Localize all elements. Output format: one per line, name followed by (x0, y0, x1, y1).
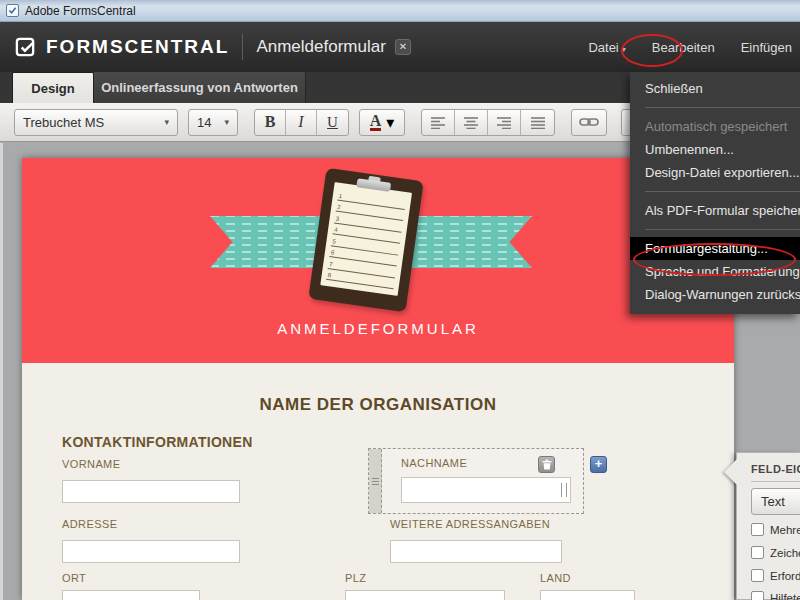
text-style-group: B I U (254, 109, 349, 136)
vorname-input[interactable] (62, 480, 240, 503)
field-properties-panel: FELD-EIGENSCHAFTEN Text Mehrere Zeilen Z… (736, 452, 800, 600)
field-type-select[interactable]: Text (751, 488, 800, 515)
form-banner: 1 2 3 4 5 6 7 8 ANMELDEFORMULAR (22, 158, 734, 363)
menu-einfuegen[interactable]: Einfügen (741, 40, 792, 55)
menu-item-sprache-und-formatierung[interactable]: Sprache und Formatierung (630, 260, 800, 283)
header-divider (242, 34, 243, 60)
menu-item-design-datei-exportieren[interactable]: Design-Datei exportieren... (630, 161, 800, 184)
menubar: Datei▾ Bearbeiten Einfügen (588, 22, 800, 72)
selected-field-nachname[interactable]: NACHNAME + (368, 448, 584, 514)
app-window: Adobe FormsCentral FORMSCENTRAL Anmeldef… (0, 0, 800, 600)
field-label-nachname[interactable]: NACHNAME (401, 457, 467, 469)
checkbox-mehrere-zeilen[interactable]: Mehrere Zeilen (751, 523, 800, 536)
panel-pointer (724, 459, 737, 485)
form-heading[interactable]: NAME DER ORGANISATION (22, 395, 734, 415)
chevron-down-icon: ▾ (224, 117, 229, 127)
chevron-down-icon: ▾ (386, 113, 394, 132)
form-page: 1 2 3 4 5 6 7 8 ANMELDEFORMULAR NAME DER… (22, 158, 734, 600)
app-icon (6, 4, 19, 17)
menu-separator (645, 191, 800, 192)
checkbox-icon[interactable] (751, 569, 764, 582)
underline-button[interactable]: U (317, 110, 348, 135)
checkbox-erforderlich[interactable]: Erforderlich (751, 569, 800, 582)
chevron-down-icon: ▾ (164, 117, 169, 127)
menu-item-dialog-warnungen[interactable]: Dialog-Warnungen zurücksetzen (630, 283, 800, 306)
clipboard-paper: 1 2 3 4 5 6 7 8 (320, 182, 412, 296)
field-label-vorname[interactable]: VORNAME (62, 458, 120, 470)
checkbox-hilfetext[interactable]: Hilfetext (751, 591, 800, 600)
font-size-select[interactable]: 14 ▾ (188, 109, 238, 136)
font-color-button[interactable]: A ▾ (359, 109, 405, 136)
menu-item-formulargestaltung[interactable]: Formulargestaltung... (630, 237, 800, 260)
close-document-icon[interactable]: ✕ (395, 39, 411, 55)
section-heading[interactable]: KONTAKTINFORMATIONEN (62, 434, 253, 450)
window-title: Adobe FormsCentral (25, 4, 136, 18)
chevron-down-icon: ▾ (622, 45, 626, 54)
field-label-adresse[interactable]: ADRESSE (62, 518, 117, 530)
plz-input[interactable] (345, 590, 505, 600)
field-label-ort[interactable]: ORT (62, 572, 86, 584)
menu-item-als-pdf-speichern[interactable]: Als PDF-Formular speichern (630, 199, 800, 222)
align-center-button[interactable] (455, 110, 488, 135)
file-menu: Schließen Automatisch gespeichert Umbene… (630, 72, 800, 314)
delete-field-button[interactable] (538, 456, 555, 473)
panel-title: FELD-EIGENSCHAFTEN (751, 463, 800, 475)
formscentral-logo-icon (14, 36, 37, 59)
align-left-button[interactable] (422, 110, 455, 135)
link-icon (579, 117, 599, 127)
menu-separator (645, 229, 800, 230)
menu-item-automatisch-gespeichert: Automatisch gespeichert (630, 115, 800, 138)
tab-design[interactable]: Design (12, 72, 94, 103)
titlebar: Adobe FormsCentral (0, 0, 800, 22)
clipboard-graphic: 1 2 3 4 5 6 7 8 (308, 168, 423, 312)
weitere-adressangaben-input[interactable] (390, 540, 562, 563)
alignment-group (421, 109, 555, 136)
trash-icon (542, 459, 552, 470)
app-header: FORMSCENTRAL Anmeldeformular ✕ Datei▾ Be… (0, 22, 800, 72)
add-field-button[interactable]: + (590, 456, 607, 473)
field-label-land[interactable]: LAND (540, 572, 571, 584)
field-label-weitere-adressangaben[interactable]: WEITERE ADRESSANGABEN (390, 518, 550, 530)
checkbox-icon[interactable] (751, 546, 764, 559)
resize-handle[interactable] (561, 483, 567, 497)
brand-name: FORMSCENTRAL (46, 36, 229, 58)
align-justify-button[interactable] (521, 110, 554, 135)
land-input[interactable] (540, 590, 635, 600)
drag-handle[interactable] (369, 449, 382, 513)
tab-onlineerfassung[interactable]: Onlineerfassung von Antworten (94, 72, 306, 103)
font-family-select[interactable]: Trebuchet MS ▾ (14, 109, 178, 136)
checkbox-icon[interactable] (751, 523, 764, 536)
bold-button[interactable]: B (255, 110, 286, 135)
menu-item-umbenennen[interactable]: Umbenennen... (630, 138, 800, 161)
italic-button[interactable]: I (286, 110, 317, 135)
menu-datei[interactable]: Datei▾ (588, 40, 625, 55)
hyperlink-button[interactable] (571, 109, 607, 136)
panel-divider (751, 481, 800, 482)
menu-bearbeiten[interactable]: Bearbeiten (652, 40, 715, 55)
nachname-input[interactable] (401, 477, 571, 503)
menu-item-schliessen[interactable]: Schließen (630, 77, 800, 100)
banner-title: ANMELDEFORMULAR (22, 320, 734, 337)
checkbox-icon[interactable] (751, 591, 764, 600)
align-right-button[interactable] (488, 110, 521, 135)
menu-separator (645, 107, 800, 108)
adresse-input[interactable] (62, 540, 240, 563)
field-label-plz[interactable]: PLZ (345, 572, 366, 584)
document-name: Anmeldeformular (256, 37, 385, 57)
checkbox-zeichenbegrenzung[interactable]: Zeichenbegrenzung (751, 546, 800, 559)
ort-input[interactable] (62, 590, 200, 600)
